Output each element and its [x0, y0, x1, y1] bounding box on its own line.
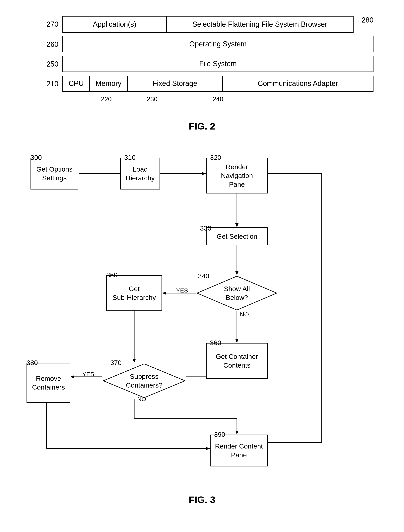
- row-number-250: 250: [42, 60, 59, 68]
- hardware-row: CPU Memory Fixed Storage Communications …: [62, 76, 373, 92]
- row-number-260: 260: [42, 40, 59, 49]
- node-310: Load Hierarchy: [120, 158, 160, 190]
- number-350: 350: [106, 271, 118, 279]
- fig3-title: FIG. 3: [23, 494, 381, 505]
- applications-box: Application(s): [62, 16, 167, 33]
- memory-label: Memory: [96, 79, 121, 88]
- number-300: 300: [31, 154, 42, 161]
- node-380-label: Remove Containers: [32, 374, 65, 392]
- number-360: 360: [210, 339, 221, 347]
- no-label-370: NO: [137, 396, 146, 402]
- node-340: Show AllBelow?: [196, 275, 278, 311]
- fig2-title: FIG. 2: [23, 121, 381, 132]
- filesystem-box: File System: [62, 56, 373, 72]
- row-number-280: 280: [358, 16, 373, 33]
- node-350-label: Get Sub-Hierarchy: [112, 284, 156, 302]
- node-370: SuppressContainers?: [102, 363, 186, 399]
- fig2-section: 270 Application(s) Selectable Flattening…: [23, 12, 381, 132]
- number-380: 380: [26, 359, 38, 367]
- os-box: Operating System: [62, 36, 373, 52]
- fixed-storage-label: Fixed Storage: [153, 79, 197, 88]
- node-370-label: SuppressContainers?: [126, 372, 162, 390]
- svg-marker-11: [235, 339, 239, 343]
- row-split-270: Application(s) Selectable Flattening Fil…: [62, 16, 373, 33]
- no-label-340: NO: [240, 311, 249, 318]
- yes-label-340: YES: [176, 287, 188, 294]
- fig2-row-270: 270 Application(s) Selectable Flattening…: [42, 16, 373, 33]
- node-360-label: Get Container Contents: [216, 352, 258, 370]
- node-320: Render Navigation Pane: [206, 158, 268, 193]
- page-container: 270 Application(s) Selectable Flattening…: [0, 0, 404, 532]
- fig2-row-250: 250 File System: [42, 56, 373, 72]
- node-310-label: Load Hierarchy: [121, 165, 160, 182]
- svg-marker-22: [235, 431, 239, 435]
- cpu-box: CPU: [62, 76, 90, 92]
- flowchart-arrows: [23, 148, 381, 486]
- node-330: Get Selection: [206, 227, 268, 245]
- svg-marker-3: [202, 172, 206, 175]
- number-340: 340: [198, 272, 209, 280]
- svg-marker-7: [235, 271, 239, 275]
- number-370: 370: [110, 359, 122, 367]
- node-340-label: Show AllBelow?: [224, 284, 250, 302]
- hw-label-220: 220: [88, 95, 124, 103]
- memory-box: Memory: [90, 76, 128, 92]
- hw-label-230: 230: [124, 95, 180, 103]
- flowchart: Get Options Settings 300 Load Hierarchy …: [23, 148, 381, 486]
- svg-marker-25: [206, 447, 210, 450]
- svg-marker-9: [162, 291, 166, 295]
- svg-marker-18: [70, 375, 74, 378]
- fig3-section: Get Options Settings 300 Load Hierarchy …: [23, 148, 381, 505]
- node-300-label: Get Options Settings: [31, 165, 78, 182]
- svg-marker-13: [133, 359, 136, 363]
- sffsb-label: Selectable Flattening File System Browse…: [192, 20, 327, 28]
- node-390-label: Render Content Pane: [215, 442, 263, 459]
- hw-label-240: 240: [180, 95, 256, 103]
- filesystem-label: File System: [199, 60, 237, 68]
- number-310: 310: [124, 154, 136, 161]
- number-330: 330: [200, 224, 211, 232]
- fig2-diagram: 270 Application(s) Selectable Flattening…: [23, 12, 381, 115]
- comms-adapter-box: Communications Adapter: [223, 76, 373, 92]
- node-360: Get Container Contents: [206, 343, 268, 379]
- fixed-storage-box: Fixed Storage: [128, 76, 223, 92]
- comms-adapter-label: Communications Adapter: [258, 79, 338, 88]
- node-350: Get Sub-Hierarchy: [106, 275, 162, 311]
- row-number-210: 210: [42, 80, 59, 88]
- number-390: 390: [214, 431, 225, 438]
- fig2-row-260: 260 Operating System: [42, 36, 373, 52]
- node-320-label: Render Navigation Pane: [221, 162, 253, 189]
- node-380: Remove Containers: [26, 363, 70, 403]
- number-320: 320: [210, 154, 221, 161]
- node-330-label: Get Selection: [216, 232, 257, 241]
- fig2-row-210: 210 CPU Memory Fixed Storage Communicati…: [42, 76, 373, 92]
- yes-label-370: YES: [82, 371, 94, 378]
- node-300: Get Options Settings: [31, 158, 78, 190]
- row-number-270: 270: [42, 20, 59, 28]
- hardware-sub-labels: 220 230 240: [59, 95, 373, 103]
- applications-label: Application(s): [93, 20, 136, 28]
- svg-marker-5: [235, 223, 239, 227]
- sffsb-box: Selectable Flattening File System Browse…: [167, 16, 353, 33]
- cpu-label: CPU: [69, 79, 84, 88]
- os-label: Operating System: [189, 40, 247, 48]
- node-390: Render Content Pane: [210, 435, 268, 466]
